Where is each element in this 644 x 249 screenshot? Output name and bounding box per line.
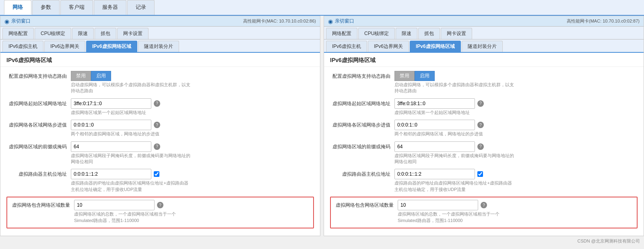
right-router-checkbox[interactable]: [477, 171, 483, 177]
right-prefix-row: 虚拟网络区域的前缀或掩码 ? 虚拟网络区域网段子网掩码长度，前缀或掩码要与网络地…: [330, 141, 638, 165]
left-subtab-ipv6host[interactable]: IPv6虚拟主机: [2, 41, 43, 52]
right-panel-icon: ◉: [328, 18, 333, 25]
right-subtab-netconfig[interactable]: 网络配置: [326, 28, 357, 39]
left-step-label: 虚拟网络各区域网络步进值: [6, 120, 71, 129]
left-subtab-ipv6zone[interactable]: IPv6虚拟网络区域: [86, 41, 137, 52]
left-subtab-limit[interactable]: 限速: [72, 28, 94, 39]
right-step-input[interactable]: [394, 120, 475, 130]
left-panel: ◉ 亲切窗口 高性能网卡(MAC: 10.70.10.c0:02:86) 网络配…: [0, 16, 320, 236]
left-start-address-hint: 虚拟网络区域第一个起始区域网络地址: [71, 110, 192, 116]
left-form-body: 配置虚拟网络支持动态路由 禁用 启用 启动虚拟网络，可以模拟多个虚拟路由器和虚拟…: [0, 67, 320, 236]
left-start-address-help[interactable]: ?: [154, 100, 160, 107]
left-dynamic-routing-hint: 启动虚拟网络，可以模拟多个虚拟路由器和虚拟主机群，以支持动态路由: [71, 82, 192, 94]
right-prefix-input[interactable]: [394, 141, 475, 152]
right-router-label: 虚拟路由器主机位地址: [330, 169, 394, 178]
right-form-body: 配置虚拟网络支持动态路由 禁用 启用 启动虚拟网络，可以模拟多个虚拟路由器和虚拟…: [324, 67, 644, 236]
right-network-count-input[interactable]: [398, 200, 478, 210]
right-prefix-label: 虚拟网络区域的前缀或掩码: [330, 141, 394, 150]
left-start-address-input[interactable]: [71, 98, 151, 109]
left-router-label: 虚拟路由器主机位地址: [6, 169, 71, 178]
right-dynamic-routing-row: 配置虚拟网络支持动态路由 禁用 启用 启动虚拟网络，可以模拟多个虚拟路由器和虚拟…: [330, 71, 638, 94]
left-disable-btn[interactable]: 禁用: [71, 71, 91, 81]
right-step-row: 虚拟网络各区域网络步进值 ? 两个相邻的虚拟网络区域，网络地址的步进值: [330, 120, 638, 137]
right-subtab-ipv6zone[interactable]: IPv6虚拟网络区域: [410, 41, 461, 52]
left-router-row: 虚拟路由器主机位地址 虚拟路由器的IP地址由虚拟网络区域网络位地址+虚拟路由器主…: [6, 169, 314, 193]
right-subtab-ipv6gw[interactable]: IPv6边界网关: [368, 41, 409, 52]
right-router-hint: 虚拟路由器的IP地址由虚拟网络区域网络位地址+虚拟路由器主机位地址确定，用于接收…: [394, 180, 515, 193]
left-dynamic-routing-label: 配置虚拟网络支持动态路由: [6, 71, 71, 80]
right-dynamic-routing-control: 禁用 启用 启动虚拟网络，可以模拟多个虚拟路由器和虚拟主机群，以支持动态路由: [394, 71, 638, 94]
left-panel-icon: ◉: [4, 18, 9, 25]
left-dynamic-routing-row: 配置虚拟网络支持动态路由 禁用 启用 启动虚拟网络，可以模拟多个虚拟路由器和虚拟…: [6, 71, 314, 94]
right-network-count-row: 虚拟网络包含网络区域数量 ? 虚拟网络区域的总数，一个虚拟网络区域相当于一个Si…: [333, 200, 634, 224]
right-step-hint: 两个相邻的虚拟网络区域，网络地址的步进值: [394, 131, 515, 137]
left-network-count-control: ? 虚拟网络区域的总数，一个虚拟网络区域相当于一个Simulated路由器，范围…: [74, 200, 311, 224]
left-toggle-group: 禁用 启用: [71, 71, 314, 81]
right-subtab-cpu[interactable]: CPU核绑定: [358, 28, 395, 39]
right-enable-btn[interactable]: 启用: [415, 71, 435, 81]
left-router-checkbox[interactable]: [154, 171, 159, 177]
right-router-control: 虚拟路由器的IP地址由虚拟网络区域网络位地址+虚拟路由器主机位地址确定，用于接收…: [394, 169, 638, 193]
right-section-title: IPv6虚拟网络区域: [324, 53, 644, 67]
tab-params[interactable]: 参数: [32, 0, 60, 15]
right-subtab-nic[interactable]: 网卡设置: [441, 28, 472, 39]
left-step-row: 虚拟网络各区域网络步进值 ? 两个相邻的虚拟网络区域，网络地址的步进值: [6, 120, 314, 137]
left-step-control: ? 两个相邻的虚拟网络区域，网络地址的步进值: [71, 120, 314, 137]
left-enable-btn[interactable]: 启用: [91, 71, 111, 81]
left-subtab-ipv6gw[interactable]: IPv6边界网关: [44, 41, 85, 52]
right-subtab-bar2: IPv6虚拟主机 IPv6边界网关 IPv6虚拟网络区域 隧道封装分片: [324, 39, 644, 53]
left-network-count-help[interactable]: ?: [157, 202, 163, 208]
left-step-input-row: ?: [71, 120, 314, 130]
left-subtab-bar2: IPv6虚拟主机 IPv6边界网关 IPv6虚拟网络区域 隧道封装分片: [0, 39, 320, 53]
left-router-input[interactable]: [71, 169, 151, 179]
right-start-address-row: 虚拟网络起始区域网络地址 ? 虚拟网络区域第一个起始区域网络地址: [330, 98, 638, 116]
right-subtab-capture[interactable]: 抓包: [418, 28, 440, 39]
left-network-count-input[interactable]: [74, 200, 155, 210]
right-step-help[interactable]: ?: [477, 122, 484, 128]
right-network-count-input-row: ?: [398, 200, 634, 210]
right-router-input[interactable]: [394, 169, 475, 179]
left-router-hint: 虚拟路由器的IP地址由虚拟网络区域网络位地址+虚拟路由器主机位地址确定，用于接收…: [71, 180, 192, 193]
left-prefix-label: 虚拟网络区域的前缀或掩码: [6, 141, 71, 150]
right-network-count-hint: 虚拟网络区域的总数，一个虚拟网络区域相当于一个Simulated路由器，范围1-…: [398, 211, 518, 224]
left-step-input[interactable]: [71, 120, 151, 130]
left-network-count-label: 虚拟网络包含网络区域数量: [10, 200, 74, 209]
left-prefix-input[interactable]: [71, 141, 151, 152]
left-network-count-input-row: ?: [74, 200, 311, 210]
left-prefix-help[interactable]: ?: [154, 143, 160, 150]
left-start-address-input-row: ?: [71, 98, 314, 109]
right-prefix-control: ? 虚拟网络区域网段子网掩码长度，前缀或掩码要与网络地址的网络位相同: [394, 141, 638, 165]
right-panel-mac: 高性能网卡(MAC: 10.70.10.c0:02:87): [567, 18, 640, 24]
right-step-control: ? 两个相邻的虚拟网络区域，网络地址的步进值: [394, 120, 638, 137]
left-subtab-nic[interactable]: 网卡设置: [117, 28, 149, 39]
right-prefix-help[interactable]: ?: [477, 143, 484, 150]
tab-client[interactable]: 客户端: [60, 0, 93, 15]
right-network-count-highlighted: 虚拟网络包含网络区域数量 ? 虚拟网络区域的总数，一个虚拟网络区域相当于一个Si…: [330, 197, 638, 228]
left-network-count-row: 虚拟网络包含网络区域数量 ? 虚拟网络区域的总数，一个虚拟网络区域相当于一个Si…: [10, 200, 311, 224]
right-subtab-ipv6host[interactable]: IPv6虚拟主机: [326, 41, 367, 52]
right-network-count-help[interactable]: ?: [481, 202, 487, 208]
right-panel-title: 亲切窗口: [335, 18, 354, 25]
tab-network[interactable]: 网络: [4, 0, 31, 15]
left-router-control: 虚拟路由器的IP地址由虚拟网络区域网络位地址+虚拟路由器主机位地址确定，用于接收…: [71, 169, 314, 193]
left-step-hint: 两个相邻的虚拟网络区域，网络地址的步进值: [71, 131, 192, 137]
right-start-address-help[interactable]: ?: [477, 100, 484, 107]
left-subtab-netconfig[interactable]: 网络配置: [2, 28, 34, 39]
left-start-address-control: ? 虚拟网络区域第一个起始区域网络地址: [71, 98, 314, 116]
left-network-count-highlighted: 虚拟网络包含网络区域数量 ? 虚拟网络区域的总数，一个虚拟网络区域相当于一个Si…: [6, 197, 314, 228]
left-step-help[interactable]: ?: [154, 122, 160, 128]
left-panel-title: 亲切窗口: [11, 18, 31, 25]
left-subtab-cpu[interactable]: CPU核绑定: [35, 28, 71, 39]
left-subtab-bar1: 网络配置 CPU核绑定 限速 抓包 网卡设置: [0, 27, 320, 39]
left-panel-header: ◉ 亲切窗口 高性能网卡(MAC: 10.70.10.c0:02:86): [0, 16, 320, 27]
left-network-count-hint: 虚拟网络区域的总数，一个虚拟网络区域相当于一个Simulated路由器，范围1-…: [74, 211, 195, 224]
right-start-address-input[interactable]: [394, 98, 475, 109]
left-subtab-tunnel[interactable]: 隧道封装分片: [138, 41, 179, 52]
left-subtab-capture[interactable]: 抓包: [95, 28, 116, 39]
right-subtab-tunnel[interactable]: 隧道封装分片: [462, 41, 503, 52]
right-router-input-row: [394, 169, 638, 179]
tab-server[interactable]: 服务器: [94, 0, 126, 15]
right-disable-btn[interactable]: 禁用: [394, 71, 415, 81]
right-subtab-limit[interactable]: 限速: [396, 28, 417, 39]
tab-log[interactable]: 记录: [127, 0, 155, 15]
